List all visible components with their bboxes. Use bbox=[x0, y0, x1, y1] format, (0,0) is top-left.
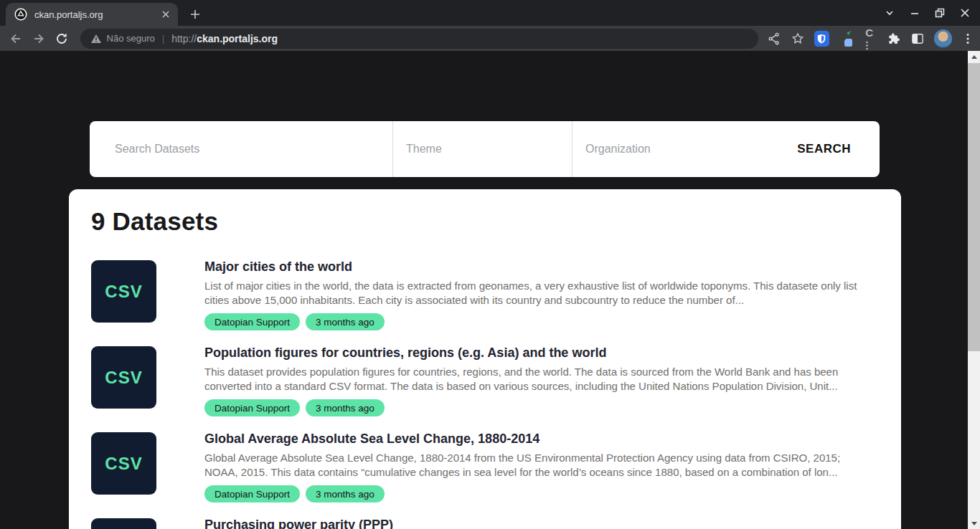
not-secure-label: Não seguro bbox=[107, 33, 155, 44]
side-panel-icon[interactable] bbox=[910, 32, 925, 46]
not-secure-warning-icon[interactable] bbox=[90, 33, 102, 44]
format-label: CSV bbox=[105, 454, 142, 474]
search-input[interactable] bbox=[90, 121, 392, 177]
bookmark-star-icon[interactable] bbox=[791, 32, 805, 46]
updated-badge: 3 months ago bbox=[306, 399, 385, 416]
new-tab-button[interactable] bbox=[185, 4, 205, 24]
dataset-search-bar: SEARCH bbox=[90, 121, 880, 177]
eyedropper-extension-icon[interactable] bbox=[839, 30, 856, 47]
organization-input[interactable] bbox=[572, 121, 751, 177]
share-icon[interactable] bbox=[767, 32, 781, 46]
dataset-title-link[interactable]: Global Average Absolute Sea Level Change… bbox=[204, 430, 876, 447]
browser-toolbar: Não seguro | http://ckan.portaljs.org bbox=[0, 26, 980, 51]
dataset-title-link[interactable]: Major cities of the world bbox=[204, 258, 876, 275]
organization-badge[interactable]: Datopian Support bbox=[204, 313, 300, 330]
bitwarden-extension-icon[interactable] bbox=[814, 31, 829, 47]
scrollbar-thumb[interactable] bbox=[968, 63, 980, 351]
dataset-title-link[interactable]: Purchasing power parity (PPP) bbox=[204, 516, 876, 529]
scroll-up-arrow[interactable] bbox=[968, 51, 980, 62]
dataset-description: List of major cities in the world, the d… bbox=[204, 279, 876, 308]
back-button[interactable] bbox=[6, 29, 26, 49]
dataset-list-item: CSV Population figures for countries, re… bbox=[91, 344, 876, 416]
page-scrollbar[interactable] bbox=[968, 51, 980, 529]
updated-badge: 3 months ago bbox=[306, 313, 385, 330]
tab-title: ckan.portaljs.org bbox=[34, 9, 159, 20]
dataset-list-item: CSV Global Average Absolute Sea Level Ch… bbox=[91, 430, 876, 502]
colorzilla-extension-icon[interactable]: C bbox=[865, 27, 877, 51]
organization-badge[interactable]: Datopian Support bbox=[204, 485, 300, 502]
extensions-puzzle-icon[interactable] bbox=[887, 32, 901, 46]
datasets-card: 9 Datasets CSV Major cities of the world… bbox=[69, 189, 901, 529]
browser-menu-icon[interactable] bbox=[961, 32, 974, 45]
browser-tab[interactable]: ckan.portaljs.org bbox=[6, 3, 178, 26]
format-label: CSV bbox=[105, 282, 142, 302]
csv-format-tile: CSV bbox=[91, 518, 156, 529]
window-restore-button[interactable] bbox=[934, 7, 946, 19]
profile-avatar[interactable] bbox=[934, 29, 952, 48]
csv-format-tile: CSV bbox=[91, 260, 156, 323]
dataset-description: Global Average Absolute Sea Level Change… bbox=[204, 451, 876, 480]
page-url: http://ckan.portaljs.org bbox=[171, 33, 278, 44]
window-minimize-button[interactable] bbox=[909, 7, 920, 19]
tab-close-icon[interactable] bbox=[159, 8, 172, 21]
updated-badge: 3 months ago bbox=[306, 485, 385, 502]
window-close-button[interactable] bbox=[959, 7, 971, 19]
page-title: 9 Datasets bbox=[91, 206, 876, 237]
tab-strip: ckan.portaljs.org bbox=[0, 0, 980, 26]
site-favicon bbox=[14, 8, 27, 21]
dataset-list-item: CSV Purchasing power parity (PPP) bbox=[91, 516, 876, 529]
reload-button[interactable] bbox=[52, 29, 72, 49]
omnibox-separator: | bbox=[162, 33, 164, 44]
dataset-title-link[interactable]: Population figures for countries, region… bbox=[204, 344, 876, 361]
search-button[interactable]: SEARCH bbox=[797, 142, 851, 156]
dataset-list-item: CSV Major cities of the world List of ma… bbox=[91, 258, 876, 330]
organization-badge[interactable]: Datopian Support bbox=[204, 399, 300, 416]
url-protocol: http:// bbox=[171, 33, 197, 44]
forward-button[interactable] bbox=[29, 29, 49, 49]
csv-format-tile: CSV bbox=[91, 432, 156, 495]
scroll-down-arrow[interactable] bbox=[968, 518, 980, 529]
format-label: CSV bbox=[105, 368, 142, 388]
page-content: SEARCH 9 Datasets CSV Major cities of th… bbox=[0, 51, 980, 529]
url-host: ckan.portaljs.org bbox=[197, 33, 278, 44]
csv-format-tile: CSV bbox=[91, 346, 156, 409]
address-bar[interactable]: Não seguro | http://ckan.portaljs.org bbox=[80, 29, 758, 49]
dataset-description: This dataset provides population figures… bbox=[204, 365, 876, 394]
theme-input[interactable] bbox=[392, 121, 572, 177]
tab-search-chevron-icon[interactable] bbox=[884, 7, 895, 19]
